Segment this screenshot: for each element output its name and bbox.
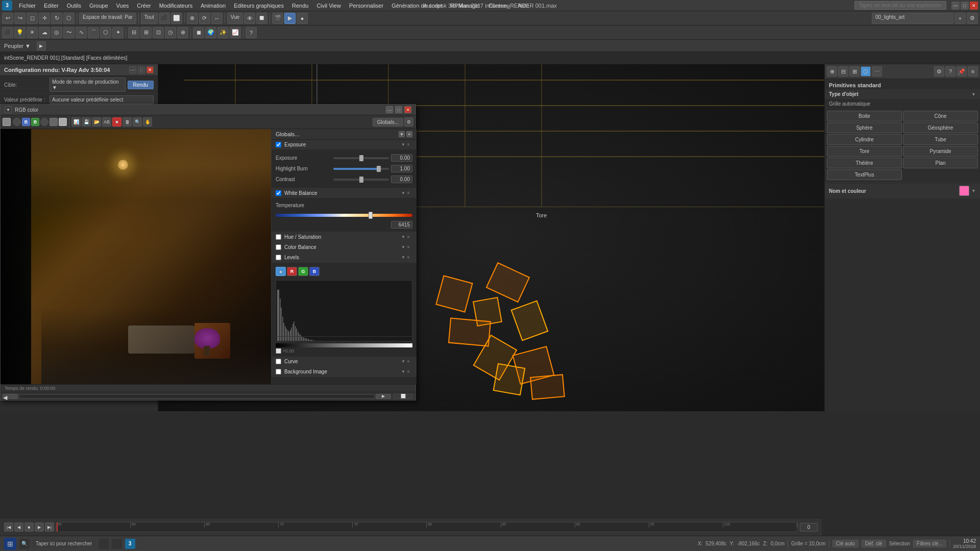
- material-editor[interactable]: ●: [297, 13, 308, 24]
- ch-b-btn[interactable]: B: [309, 267, 320, 276]
- menu-groupe[interactable]: Groupe: [86, 2, 112, 10]
- start-button[interactable]: ⊞: [4, 538, 16, 550]
- bg-image-checkbox[interactable]: [276, 369, 281, 374]
- rt-btn-3[interactable]: ⊞: [849, 66, 860, 77]
- rotate-tool[interactable]: ⟳: [199, 13, 210, 24]
- hue-saturation-checkbox[interactable]: [276, 234, 281, 240]
- vfb-grey-btn[interactable]: [50, 118, 58, 126]
- frame-input[interactable]: 0: [800, 523, 818, 532]
- curve-btn[interactable]: 〜: [63, 27, 75, 38]
- spline-btn[interactable]: ∿: [76, 27, 87, 38]
- view-dropdown[interactable]: Vue: [227, 13, 243, 24]
- menu-fichier[interactable]: Fichier: [15, 2, 39, 10]
- search-input[interactable]: [854, 1, 946, 10]
- layer-dropdown[interactable]: 00_lights_art: [872, 13, 953, 24]
- rendu-button[interactable]: Rendu: [128, 81, 154, 89]
- obj-btn-theiere[interactable]: Théière: [827, 158, 902, 168]
- menu-vues[interactable]: Vues: [113, 2, 133, 10]
- vfb-ab-btn[interactable]: AB: [102, 117, 111, 127]
- vfb-minimize-btn[interactable]: —: [386, 106, 393, 113]
- sun-btn[interactable]: ☀: [27, 27, 38, 38]
- undo-button[interactable]: ↩: [2, 13, 13, 24]
- color-balance-header[interactable]: Color Balance ▼ ≡: [272, 242, 416, 252]
- rt-pin-btn[interactable]: 📌: [957, 66, 967, 77]
- ch-rgb-btn[interactable]: ●: [276, 267, 286, 276]
- exposure-slider[interactable]: [333, 157, 389, 159]
- taskbar-btn-1[interactable]: [99, 539, 109, 549]
- nurbs-btn[interactable]: ⌒: [88, 27, 99, 38]
- hue-saturation-header[interactable]: Hue / Saturation ▼ ≡: [272, 232, 416, 242]
- filtres-btn[interactable]: Filtres clé...: [913, 540, 946, 547]
- vfb-maximize-btn[interactable]: □: [395, 106, 402, 113]
- obj-btn-sphere[interactable]: Sphère: [827, 122, 902, 133]
- bg-menu-icon[interactable]: ≡: [407, 369, 412, 374]
- workspace-dropdown[interactable]: Espace de travail: Par: [79, 13, 136, 24]
- taskbar-btn-2[interactable]: [112, 539, 122, 549]
- menu-creer[interactable]: Créer: [133, 2, 155, 10]
- color-balance-checkbox[interactable]: [276, 244, 281, 250]
- mirror-btn[interactable]: ⊞: [140, 27, 152, 38]
- curve-menu-icon[interactable]: ≡: [407, 359, 412, 364]
- globals-menu-btn[interactable]: ≡: [406, 131, 412, 137]
- rt-help-btn[interactable]: ?: [945, 66, 955, 77]
- levels-checkbox[interactable]: [276, 255, 281, 260]
- vfb-pan-btn[interactable]: ✋: [143, 117, 152, 127]
- rt-btn-5[interactable]: ⋯: [872, 66, 882, 77]
- exposure-collapse-icon[interactable]: ▼: [401, 142, 406, 147]
- globals-btn[interactable]: Globals...: [373, 118, 403, 127]
- vfb-green-btn[interactable]: B: [31, 118, 39, 126]
- hs-collapse-icon[interactable]: ▼: [401, 235, 406, 240]
- menu-rendu[interactable]: Rendu: [288, 2, 312, 10]
- move-tool[interactable]: ⊕: [187, 13, 198, 24]
- menu-contenu[interactable]: Contenu: [485, 2, 513, 10]
- maximize-button[interactable]: □: [961, 2, 969, 10]
- obj-btn-textplus[interactable]: TextPlus: [827, 169, 902, 180]
- cible-dropdown[interactable]: Mode de rendu de production ▼: [50, 78, 126, 92]
- obj-btn-cone[interactable]: Cône: [903, 111, 978, 121]
- wb-menu-icon[interactable]: ≡: [407, 191, 412, 196]
- timeline-track[interactable]: 55 60 65 70 75 80 85 90 95 100: [56, 522, 798, 532]
- cb-menu-icon[interactable]: ≡: [407, 245, 412, 250]
- bg-collapse-icon[interactable]: ▼: [401, 369, 406, 374]
- lv-collapse-icon[interactable]: ▼: [401, 255, 406, 260]
- menu-script[interactable]: Génération de script: [388, 2, 446, 10]
- play-stop-btn[interactable]: ■: [24, 522, 34, 532]
- select-button[interactable]: ◻: [27, 13, 38, 24]
- peupler-btn[interactable]: ▶: [37, 41, 46, 51]
- taskbar-search-label[interactable]: Taper ici pour rechercher: [33, 540, 95, 547]
- obj-btn-plan[interactable]: Plan: [903, 158, 978, 168]
- vfb-white-btn[interactable]: [59, 118, 67, 126]
- filter-button[interactable]: ⬛: [159, 13, 170, 24]
- config-close-btn[interactable]: ✕: [146, 66, 154, 73]
- config-minimize-btn[interactable]: —: [129, 66, 136, 73]
- exposure-value[interactable]: 0.00: [391, 154, 412, 162]
- layer-btn[interactable]: +: [954, 13, 966, 24]
- exposure-checkbox[interactable]: [276, 142, 281, 147]
- cle-auto-btn[interactable]: Clé auto: [832, 540, 859, 547]
- rt-btn-1[interactable]: ⊕: [827, 66, 837, 77]
- globals-collapse-btn[interactable]: ▼: [399, 131, 405, 137]
- obj-btn-geosphere[interactable]: Géosphère: [903, 122, 978, 133]
- effects-btn[interactable]: ✨: [217, 27, 229, 38]
- vfb-zoom-btn[interactable]: 🔍: [133, 117, 142, 127]
- contrast-slider[interactable]: [333, 179, 389, 181]
- exposure-header[interactable]: Exposure ▼ ≡: [272, 140, 416, 149]
- vfb-scroll-btn-right[interactable]: ▶: [376, 394, 391, 399]
- vfb-settings-btn[interactable]: ⚙: [404, 117, 413, 127]
- vfb-circle-btn[interactable]: [13, 118, 21, 126]
- play-next-btn[interactable]: ▶: [35, 522, 44, 532]
- levels-header[interactable]: Levels ▼ ≡: [272, 253, 416, 262]
- scale-tool[interactable]: ↔: [211, 13, 223, 24]
- close-button[interactable]: ✕: [970, 2, 978, 10]
- help-btn[interactable]: ?: [246, 27, 257, 38]
- taskbar-3dsmax-btn[interactable]: 3: [125, 539, 135, 549]
- obj-btn-cylindre[interactable]: Cylindre: [827, 134, 902, 145]
- helper-btn[interactable]: ✦: [112, 27, 124, 38]
- color-swatch[interactable]: [959, 186, 969, 196]
- exposure-menu-icon[interactable]: ≡: [407, 142, 412, 147]
- viewport-btn[interactable]: 👁: [244, 13, 255, 24]
- ch-r-btn[interactable]: R: [287, 267, 297, 276]
- obj-btn-tore[interactable]: Tore: [827, 146, 902, 157]
- ch-g-btn[interactable]: G: [298, 267, 308, 276]
- bg-image-header[interactable]: Background Image ▼ ≡: [272, 367, 416, 377]
